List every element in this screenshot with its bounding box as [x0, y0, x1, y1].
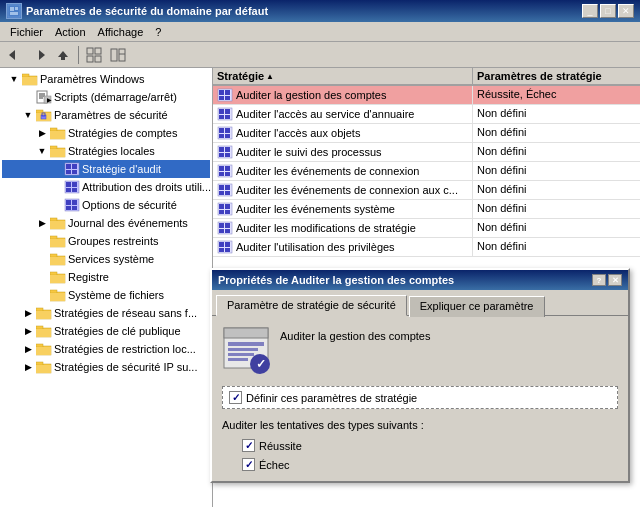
tree-node-label: Journal des événements — [68, 217, 188, 229]
svg-rect-106 — [225, 191, 230, 195]
echec-checkbox[interactable] — [242, 458, 255, 471]
tree-node-strategies-cle[interactable]: ▶ Stratégies de clé publique — [2, 322, 210, 340]
cell-strategie-text: Auditer le suivi des processus — [236, 146, 382, 158]
dialog-title-buttons: ? ✕ — [592, 274, 622, 286]
minimize-button[interactable]: _ — [582, 4, 598, 18]
svg-rect-57 — [50, 254, 57, 257]
dialog-close-button[interactable]: ✕ — [608, 274, 622, 286]
table-row[interactable]: Auditer l'accès au service d'annuaire No… — [213, 105, 640, 124]
svg-rect-119 — [225, 242, 230, 247]
dialog-description: Auditer la gestion des comptes — [280, 326, 430, 342]
tree-node-systeme-fichiers[interactable]: ▶ Système de fichiers — [2, 286, 210, 304]
svg-rect-85 — [219, 115, 224, 119]
svg-rect-34 — [50, 149, 65, 157]
tree-node-label: Stratégies de restriction loc... — [54, 343, 196, 355]
folder-icon — [36, 359, 52, 375]
expander-icon: ▼ — [34, 143, 50, 159]
svg-rect-123 — [224, 328, 268, 338]
tree-node-strategies-reseau[interactable]: ▶ Stratégies de réseau sans f... — [2, 304, 210, 322]
table-row[interactable]: Auditer les modifications de stratégie N… — [213, 219, 640, 238]
tree-node-strategies-comptes[interactable]: ▶ Stratégies de comptes — [2, 124, 210, 142]
tab-expliquer[interactable]: Expliquer ce paramètre — [409, 296, 545, 317]
svg-text:✓: ✓ — [256, 357, 266, 371]
col-header-params[interactable]: Paramètres de stratégie — [473, 68, 640, 84]
tree-node-strategies-securite-ip[interactable]: ▶ Stratégies de sécurité IP su... — [2, 358, 210, 376]
echec-label: Échec — [259, 459, 290, 471]
tree-node-strategies-restriction[interactable]: ▶ Stratégies de restriction loc... — [2, 340, 210, 358]
svg-rect-11 — [95, 56, 101, 62]
cell-strategie-text: Auditer l'accès aux objets — [236, 127, 360, 139]
tree-node-services[interactable]: ▶ Services système — [2, 250, 210, 268]
svg-rect-31 — [50, 131, 65, 139]
up-button[interactable] — [52, 44, 74, 66]
back-button[interactable] — [4, 44, 26, 66]
tree-node-strategies-locales[interactable]: ▼ Stratégies locales — [2, 142, 210, 160]
table-row[interactable]: Auditer les événements de connexion Non … — [213, 162, 640, 181]
svg-rect-38 — [66, 170, 71, 174]
cell-strategie-text: Auditer les événements de connexion aux … — [236, 184, 458, 196]
svg-rect-81 — [225, 96, 230, 100]
table-row[interactable]: Auditer l'utilisation des privilèges Non… — [213, 238, 640, 257]
svg-rect-125 — [228, 348, 258, 351]
tree-node-label: Options de sécurité — [82, 199, 177, 211]
define-params-row[interactable]: Définir ces paramètres de stratégie — [222, 386, 618, 409]
cell-params: Non défini — [473, 105, 640, 123]
svg-rect-91 — [225, 134, 230, 138]
window-controls: _ □ ✕ — [582, 4, 634, 18]
table-row[interactable]: Auditer l'accès aux objets Non défini — [213, 124, 640, 143]
folder-icon — [36, 341, 52, 357]
tree-node-strategie-audit[interactable]: ▶ Stratégie d'audit — [2, 160, 210, 178]
svg-rect-9 — [95, 48, 101, 54]
folder-icon — [36, 323, 52, 339]
tree-node-params-windows[interactable]: ▼ Paramètres Windows — [2, 70, 210, 88]
svg-rect-90 — [219, 134, 224, 138]
svg-rect-10 — [87, 56, 93, 62]
tree-node-groupes[interactable]: ▶ Groupes restreints — [2, 232, 210, 250]
define-params-checkbox[interactable] — [229, 391, 242, 404]
reussite-checkbox[interactable] — [242, 439, 255, 452]
dialog-help-button[interactable]: ? — [592, 274, 606, 286]
policy-row-icon — [217, 221, 233, 235]
tree-node-journal[interactable]: ▶ Journal des événements — [2, 214, 210, 232]
tree-node-params-securite[interactable]: ▼ Paramètres de sécurité — [2, 106, 210, 124]
svg-rect-124 — [228, 342, 264, 346]
menu-action[interactable]: Action — [49, 24, 92, 40]
svg-rect-120 — [219, 248, 224, 252]
tree-node-scripts[interactable]: ▶ ▶ Scripts (démarrage/arrêt) — [2, 88, 210, 106]
svg-rect-60 — [50, 272, 57, 275]
col-header-strategie[interactable]: Stratégie ▲ — [213, 68, 473, 84]
cell-strategie: Auditer l'accès au service d'annuaire — [213, 105, 473, 123]
svg-rect-70 — [36, 329, 51, 337]
policy-row-icon — [217, 126, 233, 140]
forward-button[interactable] — [28, 44, 50, 66]
table-row[interactable]: Auditer la gestion des comptes Réussite,… — [213, 86, 640, 105]
tree-node-label: Paramètres Windows — [40, 73, 145, 85]
svg-rect-94 — [225, 147, 230, 152]
menu-help[interactable]: ? — [149, 24, 167, 40]
tree-node-attribution-droits[interactable]: ▶ Attribution des droits utili... — [2, 178, 210, 196]
dialog-icon-area: ✓ Auditer la gestion des comptes — [222, 326, 618, 374]
table-header: Stratégie ▲ Paramètres de stratégie — [213, 68, 640, 86]
tree-node-options-securite[interactable]: ▶ Options de sécurité — [2, 196, 210, 214]
tree-node-registre[interactable]: ▶ Registre — [2, 268, 210, 286]
svg-rect-39 — [72, 170, 77, 174]
table-row[interactable]: Auditer les événements de connexion aux … — [213, 181, 640, 200]
view-button-2[interactable] — [107, 44, 129, 66]
menu-fichier[interactable]: Fichier — [4, 24, 49, 40]
audit-label-text: Auditer les tentatives des types suivant… — [222, 419, 424, 431]
svg-rect-89 — [225, 128, 230, 133]
svg-rect-109 — [225, 204, 230, 209]
svg-rect-25 — [36, 110, 43, 113]
svg-marker-5 — [39, 50, 45, 60]
svg-rect-49 — [72, 206, 77, 210]
close-button[interactable]: ✕ — [618, 4, 634, 18]
tab-param-securite[interactable]: Paramètre de stratégie de sécurité — [216, 295, 407, 316]
table-row[interactable]: Auditer les événements système Non défin… — [213, 200, 640, 219]
view-button-1[interactable] — [83, 44, 105, 66]
table-row[interactable]: Auditer le suivi des processus Non défin… — [213, 143, 640, 162]
svg-rect-44 — [72, 188, 77, 192]
svg-rect-98 — [219, 166, 224, 171]
toolbar-separator-1 — [78, 46, 79, 64]
menu-affichage[interactable]: Affichage — [92, 24, 150, 40]
maximize-button[interactable]: □ — [600, 4, 616, 18]
